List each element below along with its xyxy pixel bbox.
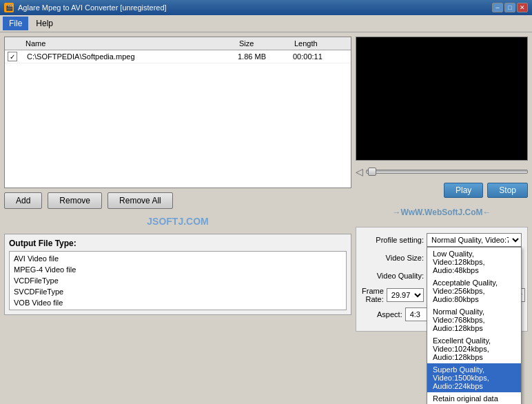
list-item[interactable]: MPEG-4 Video file bbox=[11, 264, 345, 275]
col-header-name: Name bbox=[24, 39, 238, 48]
profile-row: Profile setting: Low Quality, Video:128k… bbox=[362, 233, 522, 247]
minimize-button[interactable]: – bbox=[492, 3, 503, 12]
play-button[interactable]: Play bbox=[444, 183, 483, 198]
file-name: C:\SOFTPEDIA\Softpedia.mpeg bbox=[24, 52, 238, 61]
profile-select-wrapper: Low Quality, Video:128kbps, Audio:48kbps… bbox=[427, 233, 522, 247]
maximize-button[interactable]: □ bbox=[504, 3, 515, 12]
right-panel: ◁ Play Stop →WwW.WebSoftJ.CoM← Profile s… bbox=[356, 37, 528, 401]
add-button[interactable]: Add bbox=[4, 192, 42, 209]
playback-buttons: Play Stop bbox=[356, 183, 528, 198]
dropdown-item-3[interactable]: Excellent Quality, Video:1024kbps, Audio… bbox=[427, 334, 521, 363]
menu-help[interactable]: Help bbox=[30, 17, 59, 30]
stop-button[interactable]: Stop bbox=[487, 183, 528, 198]
close-button[interactable]: ✕ bbox=[517, 3, 528, 12]
list-item[interactable]: AVI Video file bbox=[11, 253, 345, 264]
seek-thumb[interactable] bbox=[368, 168, 376, 176]
title-bar: 🎬 Aglare Mpeg to AVI Converter [unregist… bbox=[0, 0, 532, 15]
dropdown-item-0[interactable]: Low Quality, Video:128kbps, Audio:48kbps bbox=[427, 248, 521, 276]
profile-select[interactable]: Low Quality, Video:128kbps, Audio:48kbps… bbox=[427, 233, 522, 247]
watermark-middle: →WwW.WebSoftJ.CoM← bbox=[392, 205, 491, 220]
main-content: Name Size Length ✓ C:\SOFTPEDIA\Softpedi… bbox=[0, 32, 532, 404]
app-icon: 🎬 bbox=[4, 3, 14, 12]
settings-area: Profile setting: Low Quality, Video:128k… bbox=[356, 227, 528, 332]
col-header-size: Size bbox=[238, 39, 293, 48]
table-row[interactable]: ✓ C:\SOFTPEDIA\Softpedia.mpeg 1.86 MB 00… bbox=[5, 50, 351, 63]
menu-bar: File Help bbox=[0, 15, 532, 32]
file-checkbox[interactable]: ✓ bbox=[8, 52, 17, 61]
seek-slider: ◁ bbox=[356, 165, 528, 179]
col-header-length: Length bbox=[293, 39, 348, 48]
watermark-middle-area: →WwW.WebSoftJ.CoM← bbox=[356, 202, 528, 223]
profile-dropdown[interactable]: Low Quality, Video:128kbps, Audio:48kbps… bbox=[427, 247, 522, 404]
title-text: Aglare Mpeg to AVI Converter [unregister… bbox=[18, 3, 167, 12]
file-length: 00:00:11 bbox=[293, 52, 348, 61]
file-list-header: Name Size Length bbox=[5, 37, 351, 50]
video-preview bbox=[356, 37, 528, 161]
list-item[interactable]: VCDFileType bbox=[11, 275, 345, 286]
left-panel: Name Size Length ✓ C:\SOFTPEDIA\Softpedi… bbox=[4, 37, 351, 401]
output-list: AVI Video file MPEG-4 Video file VCDFile… bbox=[9, 251, 347, 310]
dropdown-item-1[interactable]: Acceptable Quality, Video:256kbps, Audio… bbox=[427, 276, 521, 305]
video-size-label: Video Size: bbox=[362, 254, 424, 262]
file-list-container: Name Size Length ✓ C:\SOFTPEDIA\Softpedi… bbox=[4, 37, 351, 188]
seek-track[interactable] bbox=[366, 170, 528, 174]
title-bar-left: 🎬 Aglare Mpeg to AVI Converter [unregist… bbox=[4, 3, 167, 12]
title-controls: – □ ✕ bbox=[492, 3, 528, 12]
settings-panel: Profile setting: Low Quality, Video:128k… bbox=[356, 227, 528, 332]
menu-file[interactable]: File bbox=[3, 17, 28, 30]
watermark-top: JSOFTJ.COM bbox=[4, 213, 351, 230]
dropdown-item-4[interactable]: Superb Quality, Video:1500kbps, Audio:22… bbox=[427, 363, 521, 392]
dropdown-item-5[interactable]: Retain original data bbox=[427, 392, 521, 404]
output-section: Output File Type: AVI Video file MPEG-4 … bbox=[4, 234, 351, 315]
remove-button[interactable]: Remove bbox=[48, 192, 102, 209]
remove-all-button[interactable]: Remove All bbox=[108, 192, 173, 209]
frame-rate-label: Frame Rate: bbox=[362, 287, 384, 303]
frame-rate-select[interactable]: 29.97 bbox=[387, 288, 424, 302]
profile-label: Profile setting: bbox=[362, 236, 424, 244]
aspect-label: Aspect: bbox=[362, 310, 402, 319]
slider-start-icon: ◁ bbox=[356, 166, 363, 177]
list-item[interactable]: SVCDFileType bbox=[11, 286, 345, 297]
list-item[interactable]: VOB Video file bbox=[11, 297, 345, 308]
dropdown-item-2[interactable]: Normal Quality, Video:768kbps, Audio:128… bbox=[427, 305, 521, 334]
file-size: 1.86 MB bbox=[238, 52, 293, 61]
video-quality-label: Video Quality: bbox=[362, 272, 424, 280]
col-header-check bbox=[8, 39, 24, 48]
file-buttons: Add Remove Remove All bbox=[4, 192, 351, 209]
output-label: Output File Type: bbox=[9, 239, 347, 248]
